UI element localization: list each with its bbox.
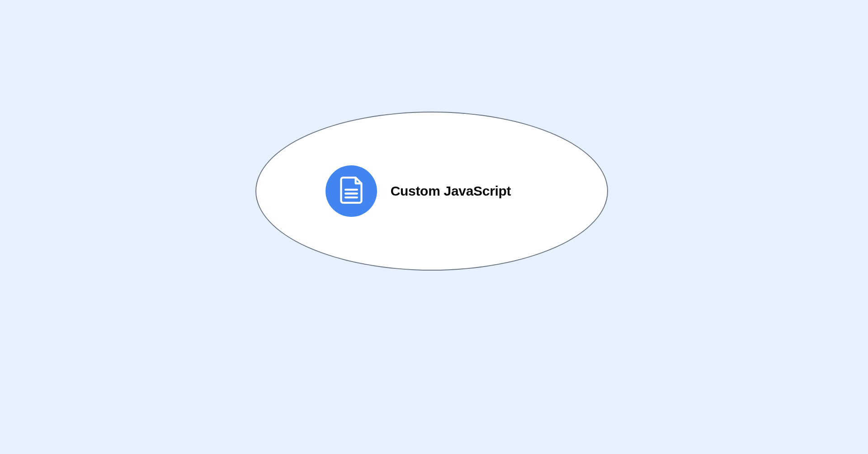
card-ellipse: Custom JavaScript [255, 112, 608, 271]
icon-circle [326, 165, 377, 217]
card-label: Custom JavaScript [391, 183, 511, 199]
document-icon [339, 177, 364, 206]
